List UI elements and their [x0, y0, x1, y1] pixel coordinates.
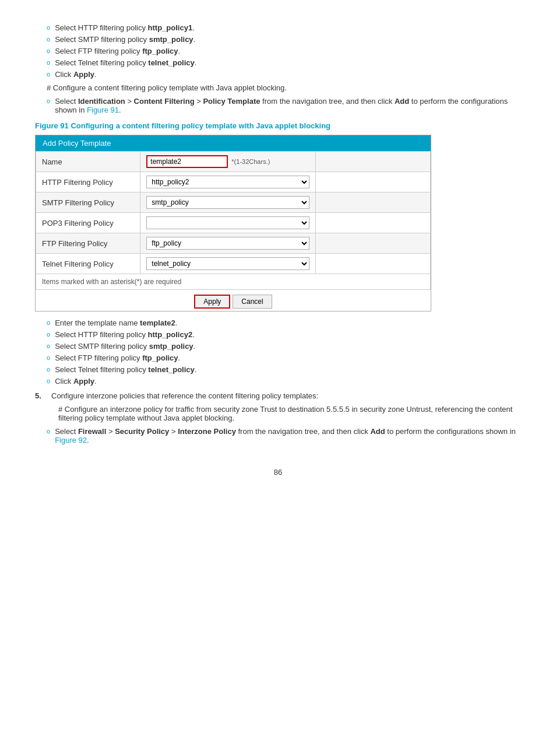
panel-header: Add Policy Template [36, 135, 431, 151]
bullet-dot: o [47, 377, 50, 384]
empty-cell [316, 213, 431, 233]
field-label-smtp: SMTP Filtering Policy [36, 192, 140, 213]
field-label-pop3: POP3 Filtering Policy [36, 213, 140, 233]
table-row: SMTP Filtering Policy smtp_policy [36, 192, 431, 213]
pop3-policy-select[interactable] [146, 216, 309, 229]
add-policy-template-panel: Add Policy Template Name *(1-32Chars.) H… [35, 135, 431, 312]
figure-91-title: Figure 91 Configuring a content filterin… [35, 121, 521, 130]
field-cell-telnet: telnet_policy [140, 254, 316, 274]
ftp-policy-select[interactable]: ftp_policy [146, 237, 309, 250]
smtp-policy-select[interactable]: smtp_policy [146, 196, 309, 209]
nav-bullet-list-2: o Select Firewall > Security Policy > In… [35, 427, 521, 444]
list-item-text: Select Telnet filtering policy telnet_po… [55, 365, 196, 374]
hash-note-2: # Configure an interzone policy for traf… [58, 405, 521, 422]
numbered-list: 5. Configure interzone policies that ref… [35, 391, 521, 400]
form-table: Name *(1-32Chars.) HTTP Filtering Policy… [36, 151, 431, 274]
list-item-text: Select Identification > Content Filterin… [55, 97, 521, 114]
apply-button[interactable]: Apply [194, 295, 230, 309]
list-item: o Select FTP filtering policy ftp_policy… [35, 47, 521, 55]
field-label-name: Name [36, 152, 140, 172]
field-cell-ftp: ftp_policy [140, 233, 316, 254]
table-row: POP3 Filtering Policy [36, 213, 431, 233]
top-bullet-list: o Select HTTP filtering policy http_poli… [35, 23, 521, 79]
list-item: o Select Telnet filtering policy telnet_… [35, 365, 521, 374]
field-label-http: HTTP Filtering Policy [36, 172, 140, 192]
bullet-dot: o [47, 59, 50, 66]
list-item: o Select FTP filtering policy ftp_policy… [35, 354, 521, 362]
empty-cell [316, 233, 431, 254]
field-label-ftp: FTP Filtering Policy [36, 233, 140, 254]
empty-cell [316, 254, 431, 274]
list-item-text: Select HTTP filtering policy http_policy… [55, 330, 195, 339]
list-item: o Select Identification > Content Filter… [35, 97, 521, 114]
cancel-button[interactable]: Cancel [233, 295, 272, 309]
list-item: o Select SMTP filtering policy smtp_poli… [35, 35, 521, 44]
field-cell-smtp: smtp_policy [140, 192, 316, 213]
list-item: o Select HTTP filtering policy http_poli… [35, 330, 521, 339]
list-item-text: Enter the template name template2. [55, 318, 177, 327]
bullet-dot: o [47, 354, 50, 361]
list-item: o Enter the template name template2. [35, 318, 521, 327]
list-item-text: Select HTTP filtering policy http_policy… [55, 23, 195, 32]
field-cell-pop3 [140, 213, 316, 233]
empty-cell [316, 172, 431, 192]
list-item-text: Select Telnet filtering policy telnet_po… [55, 58, 196, 67]
list-item-text: Select SMTP filtering policy smtp_policy… [55, 35, 195, 44]
name-input[interactable] [146, 155, 228, 168]
list-item-text: Click Apply. [55, 377, 97, 386]
list-item-text: Select FTP filtering policy ftp_policy. [55, 47, 180, 55]
button-row: Apply Cancel [36, 290, 431, 311]
name-hint: *(1-32Chars.) [231, 158, 270, 165]
telnet-policy-select[interactable]: telnet_policy [146, 257, 309, 270]
bullet-dot: o [47, 331, 50, 338]
hash-note-1: # Configure a content filtering policy t… [47, 83, 521, 92]
list-item: o Select SMTP filtering policy smtp_poli… [35, 342, 521, 351]
list-item: o Click Apply. [35, 70, 521, 79]
list-item: o Select Telnet filtering policy telnet_… [35, 58, 521, 67]
list-item: o Select Firewall > Security Policy > In… [35, 427, 521, 444]
bullet-dot: o [47, 366, 50, 373]
required-note: Items marked with an asterisk(*) are req… [36, 274, 431, 290]
http-policy-select[interactable]: http_policy2 [146, 176, 309, 188]
field-cell-http: http_policy2 [140, 172, 316, 192]
page-number: 86 [35, 468, 521, 477]
step-5-text: Configure interzone policies that refere… [51, 391, 318, 400]
table-row: Name *(1-32Chars.) [36, 152, 431, 172]
table-row: Telnet Filtering Policy telnet_policy [36, 254, 431, 274]
table-row: HTTP Filtering Policy http_policy2 [36, 172, 431, 192]
bullet-dot: o [47, 319, 50, 326]
bullet-dot: o [47, 71, 50, 78]
bullet-dot: o [47, 24, 50, 31]
name-field-row: *(1-32Chars.) [146, 155, 309, 168]
empty-cell [316, 152, 431, 172]
empty-cell [316, 192, 431, 213]
list-item: o Select HTTP filtering policy http_poli… [35, 23, 521, 32]
list-item: o Click Apply. [35, 377, 521, 386]
list-item-text: Select FTP filtering policy ftp_policy. [55, 354, 180, 362]
bullet-dot: o [47, 428, 50, 435]
bullet-dot: o [47, 342, 50, 349]
nav-bullet-list-1: o Select Identification > Content Filter… [35, 97, 521, 114]
table-row: FTP Filtering Policy ftp_policy [36, 233, 431, 254]
list-item-text: Click Apply. [55, 70, 97, 79]
field-cell-name: *(1-32Chars.) [140, 152, 316, 172]
step-number: 5. [35, 391, 45, 400]
bullet-dot: o [47, 36, 50, 43]
list-item-text: Select Firewall > Security Policy > Inte… [55, 427, 521, 444]
bullet-dot: o [47, 97, 50, 104]
field-label-telnet: Telnet Filtering Policy [36, 254, 140, 274]
bullet-dot: o [47, 47, 50, 54]
list-item-text: Select SMTP filtering policy smtp_policy… [55, 342, 195, 351]
bottom-bullet-list: o Enter the template name template2. o S… [35, 318, 521, 386]
step-5-item: 5. Configure interzone policies that ref… [35, 391, 521, 400]
